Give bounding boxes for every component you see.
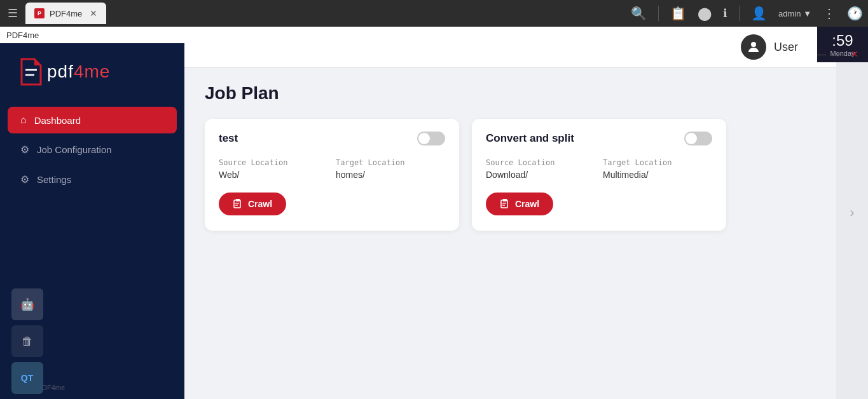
toggle-test[interactable] [417,132,445,145]
job-config-icon: ⚙ [20,144,29,156]
page-title: Job Plan [205,83,816,104]
tab-close-button[interactable]: ✕ [90,8,97,18]
crawl-icon-convert [500,199,510,209]
card-header-test: test [219,132,445,145]
tab-title: PDF4me [50,9,82,18]
user-avatar [741,34,766,60]
source-value-test: Web/ [219,170,328,180]
toolbar-right: 🔍 📋 ⬤ ℹ 👤 admin ▼ ⋮ 🕐 [631,6,863,21]
admin-label[interactable]: admin ▼ [778,9,811,18]
page-body: Job Plan test Source Location Web/ [184,68,836,399]
source-value-convert: Download/ [486,170,595,180]
toggle-knob-test [418,133,430,144]
logo-text: pdf4me [47,62,110,82]
target-label-test: Target Location [336,158,445,167]
sidebar-item-job-configuration[interactable]: ⚙ Job Configuration [8,136,177,163]
target-location-convert: Target Location Multimedia/ [603,158,712,180]
info-icon[interactable]: ℹ [723,6,727,20]
card-locations-convert: Source Location Download/ Target Locatio… [486,158,712,180]
app-window-title: PDF4me [6,30,39,40]
sidebar-item-dashboard[interactable]: ⌂ Dashboard [8,107,177,133]
crawl-button-test[interactable]: Crawl [219,193,286,215]
dashboard-icon: ⌂ [20,114,27,126]
job-cards-grid: test Source Location Web/ Target Locatio… [205,119,726,231]
logo-svg-mark [15,56,47,88]
target-value-test: homes/ [336,170,445,180]
source-location-test: Source Location Web/ [219,158,328,180]
sidebar-title-bar: PDF4me [0,27,184,43]
toggle-convert[interactable] [684,132,712,145]
target-location-test: Target Location homes/ [336,158,445,180]
svg-marker-1 [34,59,41,65]
taskbar-icon-trash[interactable]: 🗑 [11,325,43,357]
taskbar-icon-robot[interactable]: 🤖 [11,288,43,320]
active-tab[interactable]: P PDF4me ✕ [25,3,106,24]
sidebar-navigation: ⌂ Dashboard ⚙ Job Configuration ⚙ Settin… [0,107,184,193]
stack-icon[interactable]: 📋 [670,6,686,21]
svg-point-4 [751,42,756,47]
user-name: User [774,41,798,54]
card-title-test: test [219,132,238,145]
settings-icon: ⚙ [20,173,29,186]
card-locations-test: Source Location Web/ Target Location hom… [219,158,445,180]
browser-chrome: ☰ P PDF4me ✕ 🔍 📋 ⬤ ℹ 👤 admin ▼ ⋮ 🕐 [0,0,868,27]
user-profile-icon[interactable]: 👤 [751,6,767,21]
source-label-test: Source Location [219,158,328,167]
dashboard-label: Dashboard [34,115,81,126]
job-card-test: test Source Location Web/ Target Locatio… [205,119,459,231]
crawl-button-convert[interactable]: Crawl [486,193,553,215]
taskbar: 🤖 🗑 QT [0,283,54,399]
toggle-knob-convert [685,133,697,144]
separator2 [739,6,740,21]
svg-rect-6 [236,199,240,201]
svg-rect-10 [503,199,507,201]
source-location-convert: Source Location Download/ [486,158,595,180]
window-controls: — + ✕ [808,43,836,65]
logo-pdf-part: pdf [47,62,74,81]
right-panel: › [836,27,868,399]
clock-icon[interactable]: 🕐 [847,6,863,21]
search-icon[interactable]: 🔍 [631,6,647,21]
source-label-convert: Source Location [486,158,595,167]
tab-bar: P PDF4me ✕ [25,3,626,24]
tab-favicon: P [34,8,45,18]
target-label-convert: Target Location [603,158,712,167]
taskbar-icon-qt[interactable]: QT [11,362,43,394]
job-config-label: Job Configuration [37,144,112,155]
logo-4me-part: 4me [74,62,110,81]
right-arrow-icon[interactable]: › [850,205,854,221]
crawl-icon-test [233,199,243,209]
sidebar-item-settings[interactable]: ⚙ Settings [8,166,177,193]
card-header-convert: Convert and split [486,132,712,145]
target-value-convert: Multimedia/ [603,170,712,180]
hamburger-menu-icon[interactable]: ☰ [5,4,20,23]
circle-icon[interactable]: ⬤ [698,6,712,21]
settings-label: Settings [37,174,71,185]
card-title-convert: Convert and split [486,132,574,145]
app-window: PDF4me pdf4me ⌂ Dashboard ⚙ Job Configur… [0,27,868,399]
minimize-button[interactable]: — [815,47,829,61]
more-options-icon[interactable]: ⋮ [823,6,836,21]
user-header: User [184,27,836,68]
job-card-convert-split: Convert and split Source Location Downlo… [472,119,726,231]
sidebar-logo: pdf4me [0,43,184,107]
maximize-button[interactable]: + [831,47,836,61]
separator [658,6,659,21]
main-content: — + ✕ User Job Plan test [184,27,836,399]
